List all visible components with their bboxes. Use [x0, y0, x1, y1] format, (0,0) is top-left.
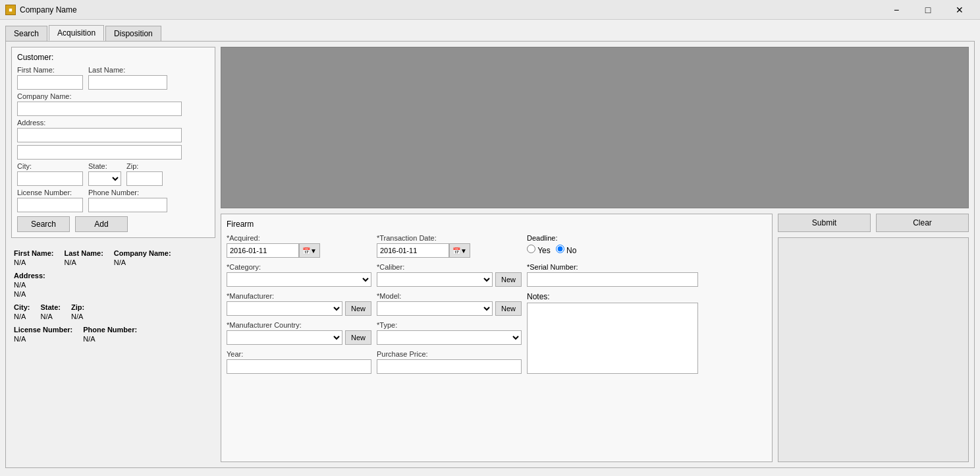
title-bar-controls: − □ ✕ — [881, 2, 975, 18]
manufacturer-country-label: *Manufacturer Country: — [227, 321, 371, 329]
year-field: Year: — [227, 350, 371, 374]
result-state-label: State: — [40, 303, 61, 311]
search-button[interactable]: Search — [17, 216, 70, 232]
title-bar-text: Company Name — [20, 5, 77, 15]
acquired-field: *Acquired: 2016-01-11 📅▼ — [227, 234, 371, 258]
tab-acquisition[interactable]: Acquisition — [49, 25, 104, 41]
result-phone-value: N/A — [83, 335, 95, 343]
manufacturer-select[interactable] — [227, 301, 342, 316]
transaction-date-field: *Transaction Date: 2016-01-11 📅▼ — [377, 234, 522, 258]
tab-search[interactable]: Search — [5, 26, 47, 41]
firearm-title: Firearm — [227, 220, 767, 229]
notes-label: Notes: — [527, 292, 698, 301]
result-company-name-value: N/A — [114, 258, 126, 266]
maximize-button[interactable]: □ — [913, 2, 943, 18]
result-last-name-value: N/A — [65, 258, 76, 266]
minimize-button[interactable]: − — [881, 2, 912, 18]
manufacturer-label: *Manufacturer: — [227, 292, 371, 300]
content-area: Customer: First Name: Last Name: Company… — [5, 41, 975, 468]
close-button[interactable]: ✕ — [944, 2, 975, 18]
deadline-no-label: No — [556, 245, 577, 255]
zip-input[interactable] — [126, 171, 163, 186]
result-city-label: City: — [14, 303, 30, 311]
manufacturer-country-field: *Manufacturer Country: New — [227, 321, 371, 345]
submit-clear-row: Submit Clear — [778, 214, 969, 232]
manufacturer-country-new-button[interactable]: New — [345, 330, 371, 345]
zip-field: Zip: — [126, 162, 163, 186]
deadline-yes-radio[interactable] — [527, 245, 535, 253]
purchase-price-input[interactable] — [377, 359, 522, 374]
city-state-zip-row: City: State: Zip: — [17, 162, 209, 186]
manufacturer-new-button[interactable]: New — [345, 301, 371, 316]
result-state-value: N/A — [40, 312, 52, 320]
deadline-label: Deadline: — [527, 234, 698, 242]
caliber-new-button[interactable]: New — [495, 272, 522, 287]
result-address-label: Address: — [14, 272, 45, 280]
phone-field: Phone Number: — [88, 189, 167, 212]
state-field: State: — [88, 162, 121, 186]
transaction-date-input[interactable]: 2016-01-11 — [377, 243, 449, 258]
serial-number-input[interactable] — [527, 272, 698, 287]
first-name-input[interactable] — [17, 75, 83, 90]
deadline-yes-label: Yes — [527, 245, 551, 255]
customer-group-title: Customer: — [17, 53, 209, 62]
app-icon: ■ — [5, 5, 16, 15]
title-bar: ■ Company Name − □ ✕ — [0, 0, 980, 20]
caliber-select[interactable] — [377, 272, 493, 287]
result-last-name-label: Last Name: — [65, 249, 103, 257]
customer-results: First Name: N/A Last Name: N/A Company N… — [11, 246, 215, 347]
result-address-line2: N/A — [14, 290, 26, 298]
license-phone-row: License Number: Phone Number: — [17, 189, 209, 212]
address-input-1[interactable] — [17, 128, 182, 142]
model-select[interactable] — [377, 301, 493, 316]
transaction-date-wrapper: 2016-01-11 📅▼ — [377, 243, 522, 258]
year-input[interactable] — [227, 359, 371, 374]
deadline-no-radio[interactable] — [556, 245, 564, 253]
category-select[interactable] — [227, 272, 371, 287]
category-field: *Category: — [227, 263, 371, 287]
notes-textarea[interactable] — [527, 303, 698, 374]
address-input-2[interactable] — [17, 145, 182, 160]
image-area — [221, 47, 969, 208]
address-field: Address: — [17, 119, 182, 142]
name-row: First Name: Last Name: — [17, 66, 209, 90]
result-license-value: N/A — [14, 335, 26, 343]
model-new-button[interactable]: New — [495, 301, 522, 316]
license-field: License Number: — [17, 189, 83, 212]
transaction-calendar-button[interactable]: 📅▼ — [449, 243, 470, 258]
firearm-form: Firearm *Acquired: 2016-01-11 📅▼ — [221, 214, 773, 462]
purchase-price-label: Purchase Price: — [377, 350, 522, 358]
city-input[interactable] — [17, 171, 83, 186]
manufacturer-country-select[interactable] — [227, 330, 342, 345]
type-select[interactable] — [377, 330, 522, 345]
state-select[interactable] — [88, 171, 121, 186]
license-input[interactable] — [17, 198, 83, 212]
company-name-field: Company Name: — [17, 92, 182, 116]
model-label: *Model: — [377, 292, 522, 300]
result-phone-label: Phone Number: — [83, 326, 137, 334]
submit-button[interactable]: Submit — [778, 214, 871, 232]
result-license-row: License Number: N/A Phone Number: N/A — [14, 325, 213, 343]
result-city-row: City: N/A State: N/A Zip: N/A — [14, 303, 213, 321]
right-side-panel: Submit Clear — [778, 214, 969, 462]
acquired-date-input[interactable]: 2016-01-11 — [227, 243, 299, 258]
address-row: Address: — [17, 119, 209, 142]
manufacturer-country-group: New — [227, 330, 371, 345]
address-field2 — [17, 145, 182, 160]
result-company-name-label: Company Name: — [114, 249, 171, 257]
caliber-label: *Caliber: — [377, 263, 522, 271]
scrollable-area[interactable] — [778, 237, 969, 462]
clear-button[interactable]: Clear — [876, 214, 969, 232]
last-name-label: Last Name: — [88, 66, 167, 74]
tab-disposition[interactable]: Disposition — [105, 26, 161, 41]
manufacturer-input-group: New — [227, 301, 371, 316]
city-field: City: — [17, 162, 83, 186]
customer-group: Customer: First Name: Last Name: Company… — [11, 47, 215, 238]
phone-input[interactable] — [88, 198, 167, 212]
acquired-calendar-button[interactable]: 📅▼ — [299, 243, 320, 258]
add-button[interactable]: Add — [75, 216, 128, 232]
result-name-row: First Name: N/A Last Name: N/A Company N… — [14, 249, 213, 267]
company-name-input[interactable] — [17, 102, 182, 116]
deadline-section: Deadline: Yes No — [527, 234, 698, 258]
last-name-input[interactable] — [88, 75, 167, 90]
